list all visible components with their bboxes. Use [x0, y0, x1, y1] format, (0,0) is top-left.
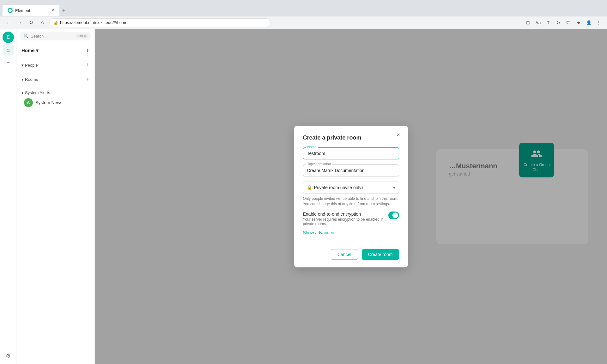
tab-favicon [8, 8, 13, 13]
people-section-title: ▾ People [21, 63, 38, 68]
cancel-button[interactable]: Cancel [331, 249, 358, 260]
system-alerts-label: System Alerts [25, 90, 50, 95]
room-name-field: Name [303, 147, 399, 159]
svg-point-0 [9, 9, 12, 12]
encryption-hint: Your server requires encryption to be en… [303, 217, 388, 226]
forward-button[interactable]: → [15, 18, 24, 27]
encryption-toggle[interactable] [388, 212, 399, 219]
system-news-avatar: S [24, 98, 33, 107]
room-type-label: Private room (invite only) [314, 185, 363, 190]
app-layout: E ⌂ + ⚙ 🔍 Search Ctrl K Home ▾ + ▾ [0, 29, 607, 364]
icon-rail: E ⌂ + ⚙ [0, 29, 16, 364]
toggle-slider [388, 212, 399, 219]
create-room-button[interactable]: Create room [362, 249, 399, 260]
extensions-button[interactable]: ⊞ [524, 18, 532, 27]
browser-chrome: Element × + [0, 0, 607, 16]
new-tab-button[interactable]: + [59, 6, 68, 15]
room-name-input[interactable] [303, 147, 399, 159]
system-alerts-chevron-icon: ▾ [21, 90, 24, 95]
url-text: https://element.matrix.kit.edu/#/home [60, 20, 127, 25]
room-type-hint: Only people invited will be able to find… [303, 196, 399, 207]
search-icon: 🔍 [23, 33, 29, 39]
system-alerts-section: ▾ System Alerts S System News [16, 87, 94, 111]
add-rooms-button[interactable]: + [86, 76, 89, 83]
search-placeholder: Search [31, 34, 44, 39]
reader-mode-button[interactable]: Aa [534, 18, 543, 27]
rooms-section-header[interactable]: ▾ Rooms + [21, 75, 89, 84]
room-name-label: Name [306, 145, 318, 149]
dialog-title: Create a private room [303, 134, 399, 141]
menu-button[interactable]: ⋮ [594, 18, 603, 27]
modal-overlay: Create a private room × Name Topic (opti… [95, 29, 607, 364]
add-rail-icon[interactable]: + [3, 57, 14, 68]
add-people-button[interactable]: + [86, 62, 89, 69]
back-button[interactable]: ← [4, 18, 13, 27]
people-chevron-icon: ▾ [21, 63, 24, 68]
search-bar[interactable]: 🔍 Search Ctrl K [20, 32, 91, 40]
refresh-action-button[interactable]: ↻ [554, 18, 563, 27]
home-button[interactable]: ⌂ [38, 18, 47, 27]
browser-actions: ⊞ Aa T ↻ 🛡 ★ 👤 ⋮ [524, 18, 603, 27]
room-topic-field: Topic (optional) [303, 164, 399, 176]
dialog-footer: Cancel Create room [303, 249, 399, 260]
ssl-lock-icon: 🔒 [53, 21, 58, 25]
people-section-header[interactable]: ▾ People + [21, 61, 89, 70]
tab-close-button[interactable]: × [52, 8, 54, 13]
rooms-chevron-icon: ▾ [21, 77, 24, 82]
rooms-label: Rooms [25, 77, 38, 82]
system-alerts-title: ▾ System Alerts [21, 90, 50, 95]
translate-button[interactable]: T [544, 18, 553, 27]
search-shortcut: Ctrl K [76, 34, 88, 38]
people-label: People [25, 63, 38, 68]
room-topic-input[interactable] [303, 164, 399, 176]
user-avatar[interactable]: E [3, 32, 14, 43]
browser-toolbar: ← → ↻ ⌂ 🔒 https://element.matrix.kit.edu… [0, 16, 607, 29]
system-alerts-header[interactable]: ▾ System Alerts [21, 89, 89, 96]
room-type-wrapper: 🔒 Private room (invite only) ▾ [303, 182, 399, 194]
sidebar: 🔍 Search Ctrl K Home ▾ + ▾ People + [16, 29, 95, 364]
home-label: Home [21, 48, 35, 53]
show-advanced-link[interactable]: Show advanced [303, 230, 335, 235]
bookmark-button[interactable]: ★ [574, 18, 583, 27]
dialog-close-button[interactable]: × [394, 131, 403, 140]
shield-button[interactable]: 🛡 [564, 18, 573, 27]
rooms-section: ▾ Rooms + [16, 72, 94, 87]
home-rail-icon[interactable]: ⌂ [3, 44, 14, 56]
room-topic-label: Topic (optional) [306, 162, 332, 166]
people-section: ▾ People + [16, 58, 94, 72]
home-chevron-icon: ▾ [36, 48, 39, 53]
home-header: Home ▾ + [16, 43, 94, 58]
active-tab[interactable]: Element × [3, 5, 59, 16]
settings-rail-icon[interactable]: ⚙ [3, 350, 14, 361]
rooms-section-title: ▾ Rooms [21, 77, 38, 82]
browser-tabs: Element × + [3, 0, 68, 16]
encryption-label: Enable end-to-end encryption [303, 212, 388, 217]
url-bar[interactable]: 🔒 https://element.matrix.kit.edu/#/home [49, 18, 270, 27]
add-room-button[interactable]: + [86, 47, 89, 54]
encryption-row: Enable end-to-end encryption Your server… [303, 212, 399, 226]
encryption-info: Enable end-to-end encryption Your server… [303, 212, 388, 226]
home-title[interactable]: Home ▾ [21, 48, 39, 53]
system-news-label: System News [35, 100, 63, 105]
system-news-item[interactable]: S System News [21, 96, 89, 109]
tab-title: Element [15, 8, 30, 13]
refresh-button[interactable]: ↻ [27, 18, 35, 27]
profile-button[interactable]: 👤 [584, 18, 593, 27]
create-private-room-dialog: Create a private room × Name Topic (opti… [294, 126, 408, 268]
room-type-lock-icon: 🔒 [307, 185, 312, 190]
room-type-select[interactable]: 🔒 Private room (invite only) [303, 182, 399, 194]
main-content: …Mustermann get started Create a GroupCh… [95, 29, 607, 364]
